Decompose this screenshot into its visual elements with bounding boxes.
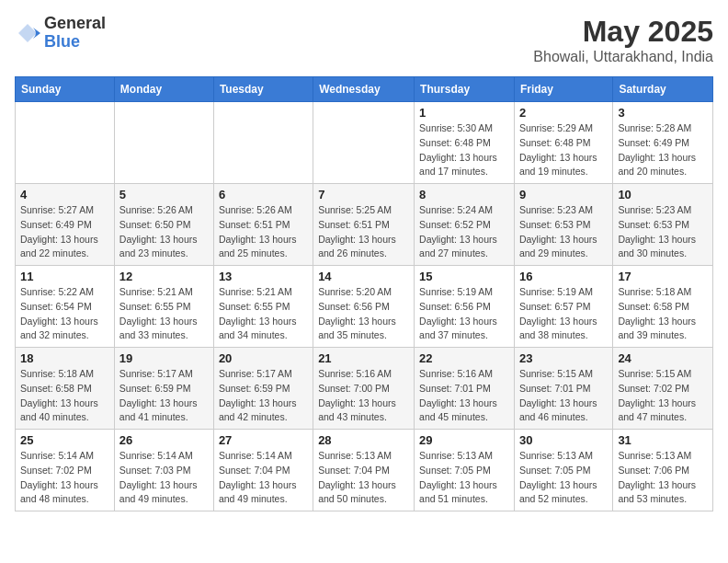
day-cell: 30Sunrise: 5:13 AMSunset: 7:05 PMDayligh… (514, 430, 612, 511)
day-number: 20 (219, 351, 308, 365)
day-detail: Sunrise: 5:29 AMSunset: 6:48 PMDaylight:… (519, 121, 608, 179)
day-cell: 1Sunrise: 5:30 AMSunset: 6:48 PMDaylight… (415, 102, 515, 184)
day-detail: Sunrise: 5:22 AMSunset: 6:54 PMDaylight:… (20, 285, 109, 343)
day-number: 7 (318, 188, 409, 201)
day-cell: 21Sunrise: 5:16 AMSunset: 7:00 PMDayligh… (313, 348, 415, 430)
day-detail: Sunrise: 5:18 AMSunset: 6:58 PMDaylight:… (618, 285, 708, 343)
day-cell: 18Sunrise: 5:18 AMSunset: 6:58 PMDayligh… (16, 348, 115, 430)
day-cell: 24Sunrise: 5:15 AMSunset: 7:02 PMDayligh… (613, 348, 713, 430)
day-detail: Sunrise: 5:13 AMSunset: 7:06 PMDaylight:… (618, 449, 708, 507)
day-number: 18 (20, 351, 109, 365)
page-header: General Blue May 2025 Bhowali, Uttarakha… (15, 15, 713, 65)
day-cell: 28Sunrise: 5:13 AMSunset: 7:04 PMDayligh… (313, 430, 415, 511)
day-detail: Sunrise: 5:25 AMSunset: 6:51 PMDaylight:… (318, 203, 409, 261)
day-cell: 8Sunrise: 5:24 AMSunset: 6:52 PMDaylight… (415, 184, 515, 266)
day-number: 1 (419, 106, 509, 120)
day-detail: Sunrise: 5:15 AMSunset: 7:02 PMDaylight:… (618, 367, 708, 425)
day-cell: 14Sunrise: 5:20 AMSunset: 6:56 PMDayligh… (313, 266, 415, 348)
week-row-2: 11Sunrise: 5:22 AMSunset: 6:54 PMDayligh… (16, 266, 713, 348)
logo-general: General (44, 15, 106, 33)
day-number: 16 (519, 270, 608, 283)
day-cell: 4Sunrise: 5:27 AMSunset: 6:49 PMDaylight… (16, 184, 115, 266)
day-cell: 12Sunrise: 5:21 AMSunset: 6:55 PMDayligh… (114, 266, 213, 348)
day-number: 10 (618, 188, 708, 201)
day-detail: Sunrise: 5:28 AMSunset: 6:49 PMDaylight:… (618, 121, 708, 179)
logo-blue: Blue (44, 33, 106, 52)
day-cell: 25Sunrise: 5:14 AMSunset: 7:02 PMDayligh… (16, 430, 115, 511)
day-detail: Sunrise: 5:27 AMSunset: 6:49 PMDaylight:… (20, 203, 109, 261)
day-cell: 19Sunrise: 5:17 AMSunset: 6:59 PMDayligh… (114, 348, 213, 430)
day-number: 22 (419, 351, 509, 365)
title-block: May 2025 Bhowali, Uttarakhand, India (533, 15, 713, 65)
day-detail: Sunrise: 5:20 AMSunset: 6:56 PMDaylight:… (318, 285, 409, 343)
day-number: 4 (20, 188, 109, 201)
header-row: SundayMondayTuesdayWednesdayThursdayFrid… (16, 77, 713, 102)
day-detail: Sunrise: 5:14 AMSunset: 7:04 PMDaylight:… (219, 449, 308, 507)
day-cell: 7Sunrise: 5:25 AMSunset: 6:51 PMDaylight… (313, 184, 415, 266)
day-detail: Sunrise: 5:17 AMSunset: 6:59 PMDaylight:… (219, 367, 308, 425)
day-number: 30 (519, 433, 608, 447)
day-number: 13 (219, 270, 308, 283)
day-cell: 11Sunrise: 5:22 AMSunset: 6:54 PMDayligh… (16, 266, 115, 348)
day-cell: 9Sunrise: 5:23 AMSunset: 6:53 PMDaylight… (514, 184, 612, 266)
day-detail: Sunrise: 5:26 AMSunset: 6:50 PMDaylight:… (119, 203, 209, 261)
week-row-4: 25Sunrise: 5:14 AMSunset: 7:02 PMDayligh… (16, 430, 713, 511)
day-detail: Sunrise: 5:21 AMSunset: 6:55 PMDaylight:… (219, 285, 308, 343)
day-cell: 29Sunrise: 5:13 AMSunset: 7:05 PMDayligh… (415, 430, 515, 511)
day-detail: Sunrise: 5:16 AMSunset: 7:00 PMDaylight:… (318, 367, 409, 425)
day-cell: 2Sunrise: 5:29 AMSunset: 6:48 PMDaylight… (514, 102, 612, 184)
day-detail: Sunrise: 5:19 AMSunset: 6:57 PMDaylight:… (519, 285, 608, 343)
header-tuesday: Tuesday (213, 77, 313, 102)
day-number: 3 (618, 106, 708, 120)
header-friday: Friday (514, 77, 612, 102)
day-detail: Sunrise: 5:23 AMSunset: 6:53 PMDaylight:… (618, 203, 708, 261)
day-cell: 15Sunrise: 5:19 AMSunset: 6:56 PMDayligh… (415, 266, 515, 348)
header-monday: Monday (114, 77, 213, 102)
day-number: 19 (119, 351, 209, 365)
day-detail: Sunrise: 5:15 AMSunset: 7:01 PMDaylight:… (519, 367, 608, 425)
header-sunday: Sunday (16, 77, 115, 102)
day-number: 28 (318, 433, 409, 447)
logo-icon (15, 20, 40, 46)
day-number: 11 (20, 270, 109, 283)
day-number: 23 (519, 351, 608, 365)
day-cell: 17Sunrise: 5:18 AMSunset: 6:58 PMDayligh… (613, 266, 713, 348)
day-number: 2 (519, 106, 608, 120)
header-wednesday: Wednesday (313, 77, 415, 102)
logo: General Blue (15, 15, 106, 52)
day-cell: 20Sunrise: 5:17 AMSunset: 6:59 PMDayligh… (213, 348, 313, 430)
day-cell: 31Sunrise: 5:13 AMSunset: 7:06 PMDayligh… (613, 430, 713, 511)
location: Bhowali, Uttarakhand, India (533, 49, 713, 65)
week-row-3: 18Sunrise: 5:18 AMSunset: 6:58 PMDayligh… (16, 348, 713, 430)
day-detail: Sunrise: 5:18 AMSunset: 6:58 PMDaylight:… (20, 367, 109, 425)
day-detail: Sunrise: 5:16 AMSunset: 7:01 PMDaylight:… (419, 367, 509, 425)
day-detail: Sunrise: 5:14 AMSunset: 7:03 PMDaylight:… (119, 449, 209, 507)
day-number: 25 (20, 433, 109, 447)
day-cell (16, 102, 115, 184)
day-detail: Sunrise: 5:19 AMSunset: 6:56 PMDaylight:… (419, 285, 509, 343)
day-detail: Sunrise: 5:23 AMSunset: 6:53 PMDaylight:… (519, 203, 608, 261)
day-cell: 16Sunrise: 5:19 AMSunset: 6:57 PMDayligh… (514, 266, 612, 348)
day-cell: 5Sunrise: 5:26 AMSunset: 6:50 PMDaylight… (114, 184, 213, 266)
header-saturday: Saturday (613, 77, 713, 102)
day-number: 24 (618, 351, 708, 365)
day-cell: 3Sunrise: 5:28 AMSunset: 6:49 PMDaylight… (613, 102, 713, 184)
day-number: 17 (618, 270, 708, 283)
day-number: 26 (119, 433, 209, 447)
day-number: 21 (318, 351, 409, 365)
day-number: 5 (119, 188, 209, 201)
day-cell: 27Sunrise: 5:14 AMSunset: 7:04 PMDayligh… (213, 430, 313, 511)
day-cell: 23Sunrise: 5:15 AMSunset: 7:01 PMDayligh… (514, 348, 612, 430)
day-number: 14 (318, 270, 409, 283)
day-detail: Sunrise: 5:21 AMSunset: 6:55 PMDaylight:… (119, 285, 209, 343)
month-title: May 2025 (533, 15, 713, 49)
logo-text: General Blue (44, 15, 106, 52)
day-cell: 10Sunrise: 5:23 AMSunset: 6:53 PMDayligh… (613, 184, 713, 266)
day-number: 8 (419, 188, 509, 201)
day-cell: 26Sunrise: 5:14 AMSunset: 7:03 PMDayligh… (114, 430, 213, 511)
calendar-body: 1Sunrise: 5:30 AMSunset: 6:48 PMDaylight… (16, 102, 713, 511)
day-detail: Sunrise: 5:26 AMSunset: 6:51 PMDaylight:… (219, 203, 308, 261)
week-row-0: 1Sunrise: 5:30 AMSunset: 6:48 PMDaylight… (16, 102, 713, 184)
day-detail: Sunrise: 5:14 AMSunset: 7:02 PMDaylight:… (20, 449, 109, 507)
day-number: 9 (519, 188, 608, 201)
